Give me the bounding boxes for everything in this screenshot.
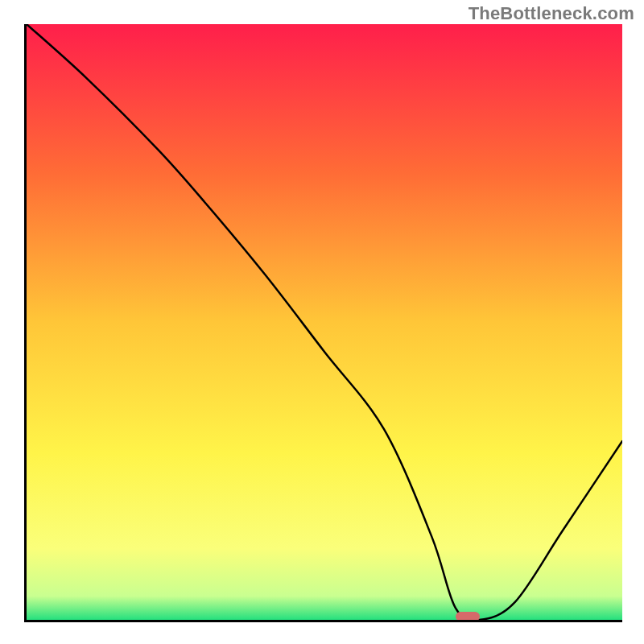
watermark-text: TheBottleneck.com [469,3,634,24]
chart-curve [27,24,622,620]
chart-plot-area [24,24,622,622]
optimal-point-marker [456,612,480,621]
